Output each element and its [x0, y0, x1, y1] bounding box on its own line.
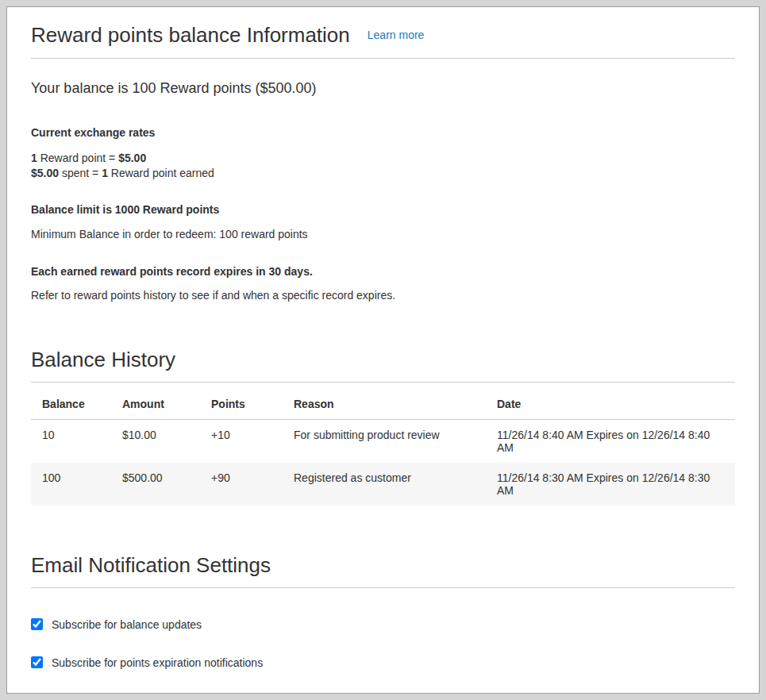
page-header: Reward points balance Information Learn …	[31, 7, 735, 59]
rate1-text: Reward point =	[37, 152, 118, 164]
expiry-heading: Each earned reward points record expires…	[31, 265, 735, 278]
rate1-value: $5.00	[118, 152, 146, 164]
cell-points: +90	[203, 463, 286, 506]
page-title: Reward points balance Information	[31, 24, 350, 47]
column-header-reason: Reason	[286, 389, 489, 420]
cell-points: +10	[203, 419, 286, 463]
checkbox-label-expiration-notifications: Subscribe for points expiration notifica…	[52, 656, 263, 669]
balance-summary: Your balance is 100 Reward points ($500.…	[31, 80, 735, 97]
subscribe-balance-updates-row[interactable]: Subscribe for balance updates	[31, 618, 735, 631]
cell-balance: 100	[31, 463, 114, 506]
column-header-points: Points	[203, 389, 286, 420]
rate2-points: 1	[102, 167, 108, 179]
email-settings-heading: Email Notification Settings	[31, 553, 735, 588]
table-row: 100 $500.00 +90 Registered as customer 1…	[31, 463, 735, 506]
table-row: 10 $10.00 +10 For submitting product rev…	[31, 419, 735, 463]
balance-history-table: Balance Amount Points Reason Date 10 $10…	[31, 389, 735, 506]
exchange-rate-line-2: $5.00 spent = 1 Reward point earned	[31, 166, 735, 181]
column-header-date: Date	[489, 389, 735, 420]
cell-date: 11/26/14 8:30 AM Expires on 12/26/14 8:3…	[489, 463, 735, 506]
exchange-rates-heading: Current exchange rates	[31, 126, 735, 139]
reward-points-card: Reward points balance Information Learn …	[6, 6, 760, 694]
checkbox-label-balance-updates: Subscribe for balance updates	[52, 618, 202, 631]
rate1-points: 1	[31, 152, 37, 164]
rate2-value: $5.00	[31, 167, 59, 179]
expiry-note: Refer to reward points history to see if…	[31, 289, 735, 302]
exchange-rate-line-1: 1 Reward point = $5.00	[31, 151, 735, 166]
balance-limit-heading: Balance limit is 1000 Reward points	[31, 203, 735, 216]
rate2-text: spent =	[59, 167, 102, 179]
cell-reason: Registered as customer	[286, 463, 489, 506]
cell-balance: 10	[31, 419, 114, 463]
expiration-notifications-checkbox[interactable]	[31, 656, 43, 668]
table-header-row: Balance Amount Points Reason Date	[31, 389, 735, 420]
minimum-balance-note: Minimum Balance in order to redeem: 100 …	[31, 228, 735, 240]
cell-date: 11/26/14 8:40 AM Expires on 12/26/14 8:4…	[489, 419, 735, 463]
subscribe-expiration-notifications-row[interactable]: Subscribe for points expiration notifica…	[31, 656, 735, 669]
learn-more-link[interactable]: Learn more	[368, 29, 425, 41]
page-background: Reward points balance Information Learn …	[0, 0, 766, 700]
column-header-amount: Amount	[114, 389, 203, 420]
cell-reason: For submitting product review	[286, 419, 489, 463]
cell-amount: $10.00	[114, 419, 203, 463]
column-header-balance: Balance	[31, 389, 114, 420]
cell-amount: $500.00	[114, 463, 203, 506]
balance-history-heading: Balance History	[31, 348, 735, 383]
balance-updates-checkbox[interactable]	[31, 618, 43, 630]
rate2-suffix: Reward point earned	[108, 167, 214, 179]
